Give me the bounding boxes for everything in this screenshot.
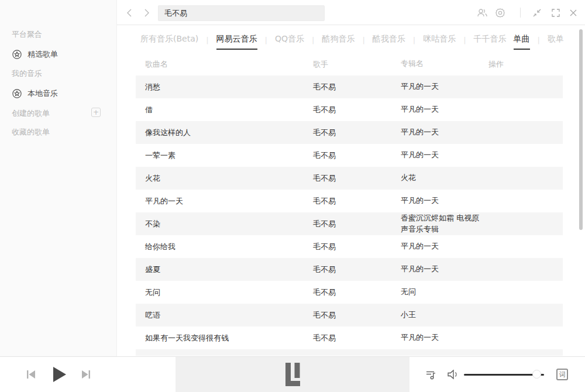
star-circle-icon: [12, 49, 22, 60]
tab-kuwo[interactable]: 酷我音乐: [373, 34, 405, 50]
sidebar-item-favorited-playlists[interactable]: 收藏的歌单: [12, 127, 50, 137]
tab-separator: |: [538, 36, 540, 49]
artist-name: 毛不易: [313, 173, 401, 184]
album-name: 平凡的一天: [401, 127, 488, 138]
tab-separator: |: [206, 36, 208, 49]
table-row-partial: [136, 349, 563, 356]
tab-netease[interactable]: 网易云音乐: [216, 34, 257, 50]
sidebar-item-label: 收藏的歌单: [12, 128, 50, 136]
column-header: 歌曲名: [136, 59, 313, 70]
now-playing-panel: [176, 357, 410, 392]
song-title: 像我这样的人: [136, 128, 313, 138]
main-content: 所有音乐(Beta)|网易云音乐|QQ音乐|酷狗音乐|酷我音乐|咪咕音乐|千千音…: [117, 25, 585, 356]
song-title: 借: [136, 105, 313, 115]
close-icon[interactable]: [567, 7, 579, 19]
mode-tab-group: 单曲|歌单: [514, 34, 564, 50]
sidebar-item-featured-playlists[interactable]: 精选歌单: [12, 49, 58, 60]
tab-mode-playlists[interactable]: 歌单: [548, 34, 564, 50]
forward-icon[interactable]: [142, 8, 151, 18]
volume-knob[interactable]: [532, 370, 541, 379]
tab-qq[interactable]: QQ音乐: [275, 34, 304, 50]
volume-icon[interactable]: [447, 369, 459, 380]
artist-name: 毛不易: [313, 150, 401, 161]
song-title: 如果有一天我变得很有钱: [136, 333, 313, 343]
sidebar: 平台聚合精选歌单我的音乐本地音乐创建的歌单收藏的歌单 +: [0, 0, 117, 356]
song-row[interactable]: 像我这样的人毛不易平凡的一天: [136, 121, 563, 144]
song-row[interactable]: 如果有一天我变得很有钱毛不易平凡的一天: [136, 326, 563, 349]
song-row[interactable]: 盛夏毛不易平凡的一天: [136, 258, 563, 281]
song-row[interactable]: 给你给我毛不易平凡的一天: [136, 235, 563, 258]
play-queue-icon[interactable]: [425, 369, 436, 380]
tab-migu[interactable]: 咪咕音乐: [423, 34, 456, 50]
song-row[interactable]: 借毛不易平凡的一天: [136, 98, 563, 121]
tab-separator: |: [362, 36, 364, 49]
sidebar-item-label: 平台聚合: [12, 30, 42, 39]
tab-separator: |: [463, 36, 466, 49]
sidebar-item-platform-aggregation[interactable]: 平台聚合: [12, 29, 42, 40]
column-header: 歌手: [313, 59, 401, 70]
artist-name: 毛不易: [313, 333, 401, 343]
song-title: 无问: [136, 287, 313, 298]
back-icon[interactable]: [125, 8, 135, 18]
song-row[interactable]: 无问毛不易无问: [136, 281, 563, 304]
column-header: 专辑名: [401, 59, 488, 70]
fullscreen-icon[interactable]: [550, 7, 562, 19]
play-icon[interactable]: [52, 366, 67, 383]
artist-name: 毛不易: [313, 242, 401, 252]
scrollbar[interactable]: [579, 29, 583, 230]
album-name: 平凡的一天: [401, 264, 488, 275]
tab-qianqian[interactable]: 千千音乐: [474, 34, 507, 50]
song-row[interactable]: 不染毛不易香蜜沉沉烬如霜 电视原声音乐专辑: [136, 212, 563, 235]
lyrics-toggle-icon[interactable]: 词: [556, 369, 568, 380]
song-row[interactable]: 一荤一素毛不易平凡的一天: [136, 144, 563, 167]
artist-name: 毛不易: [313, 128, 401, 138]
song-title: 平凡的一天: [136, 196, 313, 207]
sidebar-item-label: 我的音乐: [12, 69, 42, 78]
album-name: 平凡的一天: [401, 150, 488, 161]
volume-slider[interactable]: [464, 370, 544, 379]
player-bar: 词: [0, 356, 585, 392]
artist-name: 毛不易: [313, 105, 401, 115]
album-name: 平凡的一天: [401, 81, 488, 92]
add-playlist-button[interactable]: +: [91, 108, 101, 117]
song-title: 火花: [136, 173, 313, 184]
previous-track-icon[interactable]: [26, 369, 36, 380]
artist-name: 毛不易: [313, 310, 401, 321]
song-title: 不染: [136, 219, 313, 229]
tab-separator: |: [265, 36, 267, 49]
song-row[interactable]: 平凡的一天毛不易平凡的一天: [136, 190, 563, 212]
column-header: 操作: [488, 59, 563, 70]
tab-kugou[interactable]: 酷狗音乐: [322, 34, 355, 50]
album-name: 平凡的一天: [401, 195, 488, 207]
album-name: 火花: [401, 173, 488, 184]
artist-name: 毛不易: [313, 264, 401, 275]
song-title: 一荤一素: [136, 150, 313, 161]
artist-name: 毛不易: [313, 196, 401, 207]
sidebar-item-label: 创建的歌单: [12, 109, 50, 118]
tab-all-music[interactable]: 所有音乐(Beta): [140, 34, 198, 50]
header-divider: [520, 8, 521, 18]
tab-mode-songs[interactable]: 单曲: [514, 34, 530, 50]
sidebar-item-my-music[interactable]: 我的音乐: [12, 68, 42, 79]
song-table: 歌曲名歌手专辑名操作 消愁毛不易平凡的一天借毛不易平凡的一天像我这样的人毛不易平…: [136, 53, 563, 356]
tab-separator: |: [312, 36, 314, 49]
next-track-icon[interactable]: [81, 369, 91, 380]
song-title: 盛夏: [136, 264, 313, 275]
album-name: 无问: [401, 287, 488, 298]
search-input[interactable]: [158, 5, 325, 21]
sidebar-item-label: 本地音乐: [27, 88, 58, 99]
mini-mode-icon[interactable]: [531, 7, 543, 19]
sidebar-item-created-playlists[interactable]: 创建的歌单: [12, 108, 50, 119]
song-row[interactable]: 火花毛不易火花: [136, 167, 563, 190]
users-icon[interactable]: [476, 7, 488, 19]
song-title: 消愁: [136, 82, 313, 92]
song-row[interactable]: 消愁毛不易平凡的一天: [136, 75, 563, 98]
tab-separator: |: [413, 36, 415, 49]
settings-gear-icon[interactable]: [494, 7, 506, 19]
listen1-logo: [285, 363, 300, 386]
table-header-row: 歌曲名歌手专辑名操作: [136, 53, 563, 75]
sidebar-item-local-music[interactable]: 本地音乐: [12, 88, 58, 99]
listen1-app: 平台聚合精选歌单我的音乐本地音乐创建的歌单收藏的歌单 +: [0, 0, 585, 392]
album-name: 香蜜沉沉烬如霜 电视原声音乐专辑: [401, 213, 488, 235]
song-row[interactable]: 呓语毛不易小王: [136, 304, 563, 326]
